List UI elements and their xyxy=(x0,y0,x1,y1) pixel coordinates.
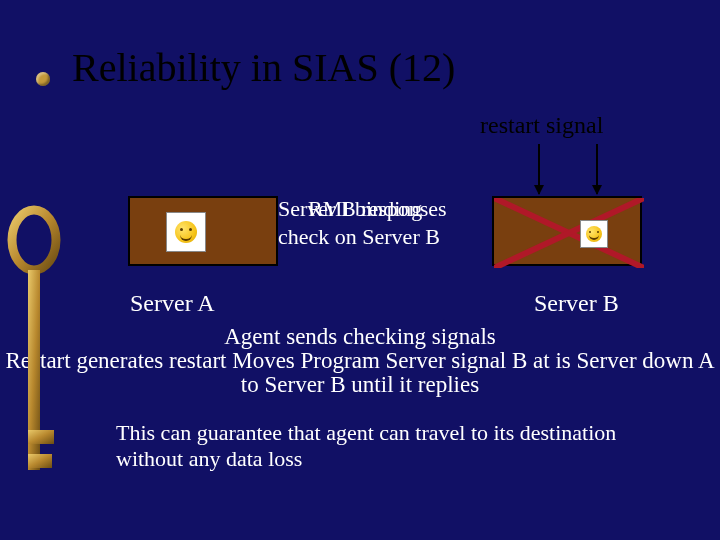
svg-line-1 xyxy=(494,198,644,268)
server-b-label: Server B xyxy=(534,290,619,317)
agent-box-b xyxy=(580,220,608,248)
agent-box-a xyxy=(166,212,206,252)
server-a-label: Server A xyxy=(130,290,215,317)
restart-signal-label: restart signal xyxy=(480,112,603,139)
footer-line-1: This can guarantee that agent can travel… xyxy=(116,420,616,446)
cross-icon xyxy=(494,198,644,268)
arrow-down-icon xyxy=(596,144,598,194)
slide: Reliability in SIAS (12) restart signal … xyxy=(0,0,720,540)
center-line-1: Agent sends checking signals xyxy=(0,324,720,350)
bullet-icon xyxy=(36,72,50,86)
svg-rect-4 xyxy=(28,430,54,444)
server-b-box xyxy=(492,196,642,266)
svg-point-2 xyxy=(12,210,56,270)
footer-line-2: without any data loss xyxy=(116,446,302,472)
slide-title: Reliability in SIAS (12) xyxy=(72,44,455,91)
smiley-icon xyxy=(586,226,602,242)
midline-1b: RMI binding xyxy=(308,196,422,222)
arrow-down-icon xyxy=(538,144,540,194)
center-line-2: Restart generates restart Moves Program … xyxy=(0,348,720,374)
svg-rect-5 xyxy=(28,454,52,468)
server-a-box xyxy=(128,196,278,266)
midline-2: check on Server B xyxy=(278,224,440,250)
center-line-3: to Server B until it replies xyxy=(0,372,720,398)
svg-line-0 xyxy=(494,198,644,268)
smiley-icon xyxy=(175,221,197,243)
